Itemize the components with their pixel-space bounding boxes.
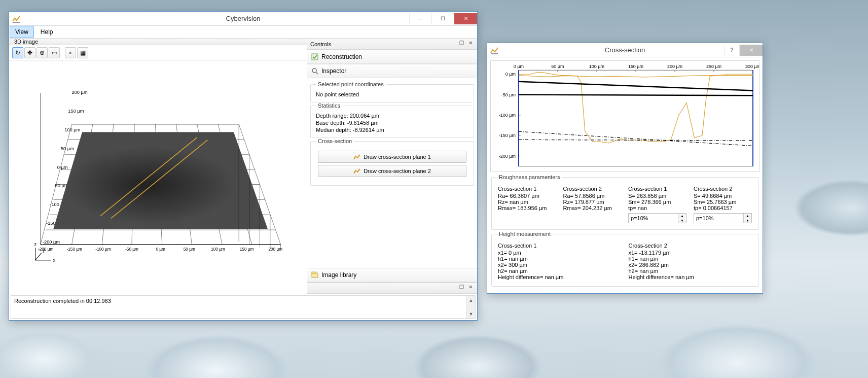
log-close-button[interactable]: ✕ xyxy=(467,285,474,292)
tool-grid[interactable]: ▦ xyxy=(77,47,88,58)
stat-base-depth: Base depth: -9.61458 µm xyxy=(316,119,468,126)
tool-move[interactable]: ✥ xyxy=(24,47,35,58)
svg-text:200 µm: 200 µm xyxy=(72,90,88,95)
draw-plane-1-button[interactable]: Draw cross-section plane 1 xyxy=(318,151,466,163)
log-undock-button[interactable]: ❐ xyxy=(458,285,465,292)
3d-pane-title: 3D image xyxy=(14,39,38,45)
svg-text:150 µm: 150 µm xyxy=(68,109,84,114)
acc-image-library[interactable]: Image library xyxy=(307,268,477,282)
rough-c1a-head: Cross-section 1 xyxy=(498,186,556,192)
spin-down-icon[interactable]: ▼ xyxy=(744,218,751,223)
close-panel-button[interactable]: ✕ xyxy=(467,41,474,48)
draw-plane-1-label: Draw cross-section plane 1 xyxy=(364,154,431,160)
acc-reconstruction-label: Reconstruction xyxy=(321,53,362,60)
hm-c1-x1: x1= 0 µm xyxy=(498,250,622,256)
inspector-icon xyxy=(311,67,318,75)
hm-c2-h2: h2= nan µm xyxy=(629,268,752,274)
controls-title: Controls xyxy=(310,41,331,47)
menu-view[interactable]: View xyxy=(10,26,34,38)
cross-section-window: Cross-section ? ✕ 0 µm50 µm100 µm150 µm2… xyxy=(487,43,763,294)
group-roughness: Roughness paramenters Cross-section 1 Ra… xyxy=(491,177,758,230)
rough-c2b-sm: Sm= 25.7663 µm xyxy=(694,199,752,205)
3d-viewport[interactable]: 200 µm150 µm100 µm50 µm0 µm-50 µm-100 µm… xyxy=(9,61,307,297)
svg-text:150 µm: 150 µm xyxy=(628,64,643,69)
rough-c2b-s: S= 49.6684 µm xyxy=(694,193,752,199)
scroll-down-icon[interactable]: ▼ xyxy=(467,310,475,318)
3d-pane-header: 3D image xyxy=(9,39,307,45)
roughness-legend: Roughness paramenters xyxy=(497,174,562,180)
stat-median-depth: Median depth: -8.92614 µm xyxy=(316,126,468,133)
svg-text:z: z xyxy=(34,242,37,247)
rough-c2b-tp: tp= 0.00664157 xyxy=(694,205,752,211)
menu-help[interactable]: Help xyxy=(35,26,59,38)
svg-text:100 µm: 100 µm xyxy=(64,127,80,132)
group-cross-section: Cross-section Draw cross-section plane 1… xyxy=(310,141,474,186)
draw-plane-2-button[interactable]: Draw cross-section plane 2 xyxy=(318,165,466,177)
svg-rect-50 xyxy=(312,54,318,60)
svg-line-43 xyxy=(35,253,41,260)
log-scrollbar[interactable]: ▲ ▼ xyxy=(466,296,475,318)
log-entry: Reconstruction completed in 00:12.983 xyxy=(11,296,466,318)
hm-c1-h2: h2= nan µm xyxy=(498,268,622,274)
stat-depth-range: Depth range: 200.064 µm xyxy=(316,112,468,119)
rough-c2b-head: Cross-section 2 xyxy=(694,186,752,192)
hm-c2-x2: x2= 286.882 µm xyxy=(629,262,752,268)
svg-marker-27 xyxy=(54,132,268,229)
main-titlebar[interactable]: Cybervision — ☐ ✕ xyxy=(9,12,477,26)
acc-inspector[interactable]: Inspector xyxy=(307,64,477,78)
cs-help-button[interactable]: ? xyxy=(724,45,739,56)
rough-c2a-rmax: Rmax= 204.232 µm xyxy=(563,205,622,211)
minimize-button[interactable]: — xyxy=(409,13,431,24)
svg-text:y: y xyxy=(43,248,45,253)
cs-chart[interactable]: 0 µm50 µm100 µm150 µm200 µm250 µm300 µm0… xyxy=(490,60,760,172)
svg-text:0 µm: 0 µm xyxy=(57,165,68,170)
svg-text:-200 µm: -200 µm xyxy=(38,247,53,252)
svg-text:-100 µm: -100 µm xyxy=(95,247,111,252)
rough-c1b-p-spin[interactable]: p=10% ▲▼ xyxy=(628,213,686,223)
cs-titlebar[interactable]: Cross-section ? ✕ xyxy=(487,43,763,57)
chart-icon xyxy=(353,153,360,160)
rough-c2b-p-value: p=10% xyxy=(694,215,743,221)
app-icon xyxy=(490,46,498,54)
tool-new[interactable]: ▫ xyxy=(65,47,76,58)
tool-rotate[interactable]: ↻ xyxy=(12,47,23,58)
cs-legend: Cross-section xyxy=(316,138,354,144)
undock-button[interactable]: ❐ xyxy=(458,41,465,48)
spin-up-icon[interactable]: ▲ xyxy=(744,214,751,218)
coords-value: No point selected xyxy=(316,91,468,98)
coords-legend: Selected point coordinates xyxy=(316,81,386,87)
svg-text:100 µm: 100 µm xyxy=(211,247,225,252)
stats-legend: Statistics xyxy=(316,102,342,109)
svg-text:50 µm: 50 µm xyxy=(184,247,195,252)
svg-text:-200 µm: -200 µm xyxy=(43,239,60,245)
rough-c1a-rmax: Rmax= 183.956 µm xyxy=(498,205,556,211)
svg-text:200 µm: 200 µm xyxy=(667,64,682,69)
cs-close-button[interactable]: ✕ xyxy=(739,45,763,56)
rough-c2a-head: Cross-section 2 xyxy=(563,186,622,192)
main-window: Cybervision — ☐ ✕ View Help 3D image ↻ ✥… xyxy=(9,11,478,321)
svg-text:50 µm: 50 µm xyxy=(551,64,564,69)
rough-c2a-ra: Ra= 57.8586 µm xyxy=(563,193,622,199)
acc-reconstruction[interactable]: Reconstruction xyxy=(307,50,477,64)
tool-rect[interactable]: ▭ xyxy=(49,47,60,58)
reconstruction-icon xyxy=(311,53,318,60)
svg-text:-150 µm: -150 µm xyxy=(499,133,516,138)
spin-down-icon[interactable]: ▼ xyxy=(678,218,686,223)
maximize-button[interactable]: ☐ xyxy=(431,13,454,24)
acc-inspector-label: Inspector xyxy=(321,67,346,75)
tool-target[interactable]: ⊕ xyxy=(37,47,48,58)
svg-text:250 µm: 250 µm xyxy=(706,64,721,69)
rough-c2b-p-spin[interactable]: p=10% ▲▼ xyxy=(694,213,752,223)
controls-pane: Controls ❐ ✕ Reconstruction Inspector xyxy=(307,39,477,282)
svg-text:-200 µm: -200 µm xyxy=(499,154,516,159)
rough-c1b-tp: tp= nan xyxy=(628,205,686,211)
hm-c2-hd: Height difference= nan µm xyxy=(629,274,752,280)
hm-c1-hd: Height difference= nan µm xyxy=(498,274,622,280)
scroll-up-icon[interactable]: ▲ xyxy=(467,296,475,304)
cs-title: Cross-section xyxy=(487,46,763,54)
rough-c1b-s: S= 263.858 µm xyxy=(628,193,686,199)
hm-legend: Height measurement xyxy=(497,231,553,237)
spin-up-icon[interactable]: ▲ xyxy=(678,214,686,218)
close-button[interactable]: ✕ xyxy=(454,13,477,24)
hm-c2-x1: x1= -13.1179 µm xyxy=(629,250,752,256)
